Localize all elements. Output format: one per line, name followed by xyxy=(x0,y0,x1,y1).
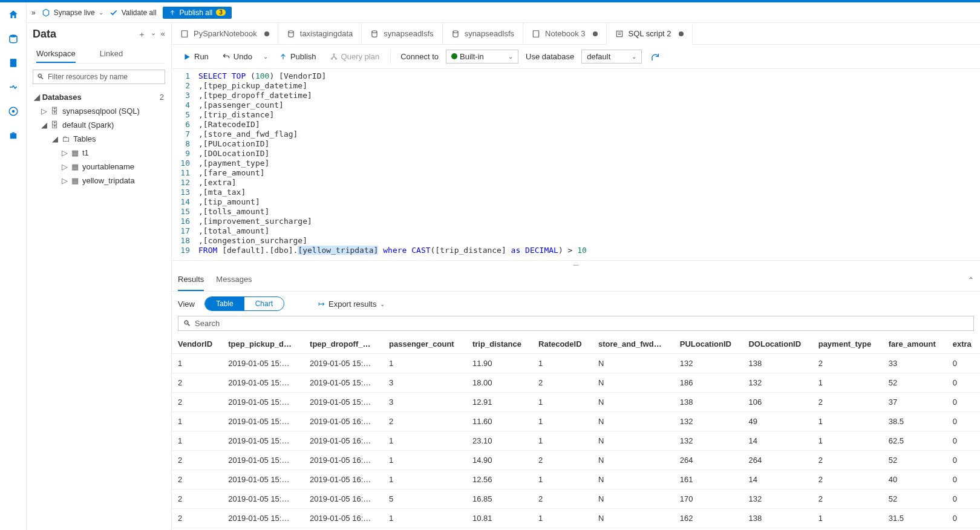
tree-yourtablename[interactable]: ▷▦ yourtablename xyxy=(33,160,165,174)
use-db-dropdown[interactable]: default ⌄ xyxy=(581,50,642,64)
table-row[interactable]: 22019-01-05 15:…2019-01-05 15:…312.911N1… xyxy=(172,393,980,412)
connect-to-label: Connect to xyxy=(397,52,442,61)
tree-t1-label: t1 xyxy=(82,148,89,157)
databases-label: Databases xyxy=(42,93,82,102)
table-icon: ▦ xyxy=(71,176,79,185)
chevron-down-icon: ⌄ xyxy=(632,53,636,60)
tree-t1[interactable]: ▷▦ t1 xyxy=(33,146,165,160)
publish-label: Publish xyxy=(290,52,316,61)
svg-point-8 xyxy=(372,30,377,33)
editor-tab[interactable]: synapseadlsfs xyxy=(362,23,442,44)
data-panel-title: Data xyxy=(33,28,56,41)
refresh-button[interactable] xyxy=(645,50,665,64)
publish-all-button[interactable]: Publish all 3 xyxy=(163,7,232,19)
table-row[interactable]: 22019-01-05 15:…2019-01-05 16:…114.902N2… xyxy=(172,451,980,470)
results-search-input[interactable]: 🔍︎ Search xyxy=(178,316,974,331)
filter-input[interactable]: 🔍︎ Filter resources by name xyxy=(33,70,165,84)
run-label: Run xyxy=(194,52,209,61)
tab-messages[interactable]: Messages xyxy=(216,269,252,291)
column-header[interactable]: passenger_count xyxy=(383,335,466,354)
column-header[interactable]: store_and_fwd… xyxy=(592,335,674,354)
nav-monitor-icon[interactable] xyxy=(7,105,19,117)
table-row[interactable]: 12019-01-05 15:…2019-01-05 16:…123.101N1… xyxy=(172,431,980,451)
tab-linked[interactable]: Linked xyxy=(100,45,123,63)
export-results-button[interactable]: ↦ Export results ⌄ xyxy=(318,299,385,309)
sql-toolbar: Run Undo ⌄ Publish Query plan xyxy=(172,45,980,69)
column-header[interactable]: VendorID xyxy=(172,335,222,354)
table-row[interactable]: 22019-01-05 15:…2019-01-05 15:…318.002N1… xyxy=(172,373,980,393)
query-plan-button[interactable]: Query plan xyxy=(325,50,385,64)
editor-tabs: PySparkNotebooktaxistagingdatasynapseadl… xyxy=(172,23,980,45)
query-plan-label: Query plan xyxy=(341,52,380,61)
table-row[interactable]: 12019-01-05 15:…2019-01-05 16:…211.601N1… xyxy=(172,412,980,431)
editor-tab[interactable]: taxistagingdata xyxy=(278,23,362,44)
tree-yellow-tripdata[interactable]: ▷▦ yellow_tripdata xyxy=(33,174,165,188)
tree-sqlpool[interactable]: ▷🗄 synapsesqlpool (SQL) xyxy=(33,104,165,118)
nav-data-icon[interactable] xyxy=(7,33,19,45)
column-header[interactable]: fare_amount xyxy=(883,335,947,354)
undo-button[interactable]: Undo xyxy=(217,50,257,64)
svg-marker-5 xyxy=(43,9,48,16)
column-header[interactable]: payment_type xyxy=(812,335,883,354)
left-nav-rail xyxy=(0,2,27,530)
editor-tab[interactable]: PySparkNotebook xyxy=(172,23,278,44)
svg-point-12 xyxy=(333,53,334,54)
tab-workspace[interactable]: Workspace xyxy=(36,45,76,63)
editor-tab[interactable]: synapseadlsfs xyxy=(443,23,523,44)
connect-to-dropdown[interactable]: Built-in ⌄ xyxy=(446,50,518,64)
column-header[interactable]: extra xyxy=(947,335,980,354)
nav-home-icon[interactable] xyxy=(7,8,19,21)
table-row[interactable]: 12019-01-05 15:…2019-01-05 15:…111.901N1… xyxy=(172,354,980,373)
tree-tables-label: Tables xyxy=(73,134,96,143)
add-icon[interactable]: ＋ xyxy=(138,29,146,40)
publish-count-badge: 3 xyxy=(216,9,226,16)
column-header[interactable]: trip_distance xyxy=(466,335,532,354)
publish-all-label: Publish all xyxy=(180,8,213,17)
svg-point-14 xyxy=(335,57,336,59)
run-button[interactable]: Run xyxy=(178,50,214,64)
synapse-live-button[interactable]: Synapse live ⌄ xyxy=(42,8,103,17)
tab-results[interactable]: Results xyxy=(178,269,204,291)
pane-resize-handle[interactable]: ─ xyxy=(172,260,980,269)
editor-tab[interactable]: SQL script 2 xyxy=(607,24,693,45)
tree-sqlpool-label: synapsesqlpool (SQL) xyxy=(62,106,140,116)
tree-t3-label: yellow_tripdata xyxy=(82,176,135,185)
collapse-results-icon[interactable]: ⌃ xyxy=(968,276,974,284)
export-icon: ↦ xyxy=(318,299,325,309)
validate-all-button[interactable]: Validate all xyxy=(109,8,157,17)
table-row[interactable]: 22019-01-05 15:…2019-01-05 16:…112.561N1… xyxy=(172,470,980,489)
database-icon: 🗄 xyxy=(51,120,59,129)
nav-develop-icon[interactable] xyxy=(7,57,19,69)
undo-label: Undo xyxy=(234,52,252,61)
databases-section[interactable]: ◢ Databases 2 xyxy=(33,90,165,104)
tree-tables[interactable]: ◢🗀 Tables xyxy=(33,132,165,146)
code-editor[interactable]: 1SELECT TOP (100) [VendorID]2,[tpep_pick… xyxy=(172,69,980,260)
db-value: default xyxy=(587,52,610,61)
filter-placeholder: Filter resources by name xyxy=(48,73,128,81)
synapse-live-label: Synapse live xyxy=(54,8,95,17)
nav-manage-icon[interactable] xyxy=(7,129,19,142)
editor-tab[interactable]: Notebook 3 xyxy=(523,23,607,44)
column-header[interactable]: tpep_dropoff_… xyxy=(304,335,383,354)
column-header[interactable]: RatecodeID xyxy=(532,335,592,354)
more-icon[interactable]: ⌄ xyxy=(151,29,156,40)
view-chart[interactable]: Chart xyxy=(244,297,284,310)
publish-button[interactable]: Publish xyxy=(274,50,321,64)
table-icon: ▦ xyxy=(71,148,79,157)
column-header[interactable]: PULocationID xyxy=(674,335,743,354)
table-row[interactable]: 22019-01-05 15:…2019-01-05 16:…516.852N1… xyxy=(172,489,980,509)
view-table[interactable]: Table xyxy=(205,297,244,310)
svg-point-13 xyxy=(331,57,332,59)
table-row[interactable]: 22019-01-05 15:…2019-01-05 16:…110.811N1… xyxy=(172,509,980,528)
tree-spark[interactable]: ◢🗄 default (Spark) xyxy=(33,118,165,132)
expand-chevron-icon[interactable]: » xyxy=(31,8,36,17)
search-placeholder: Search xyxy=(195,319,220,328)
undo-chevron[interactable]: ⌄ xyxy=(261,51,270,62)
svg-rect-4 xyxy=(10,133,16,139)
column-header[interactable]: DOLocationID xyxy=(742,335,812,354)
data-panel: Data ＋ ⌄ « Workspace Linked 🔍︎ Filter re… xyxy=(27,23,172,530)
column-header[interactable]: tpep_pickup_d… xyxy=(222,335,304,354)
collapse-panel-icon[interactable]: « xyxy=(161,29,165,40)
view-toggle[interactable]: Table Chart xyxy=(204,296,284,311)
nav-integrate-icon[interactable] xyxy=(7,81,19,93)
